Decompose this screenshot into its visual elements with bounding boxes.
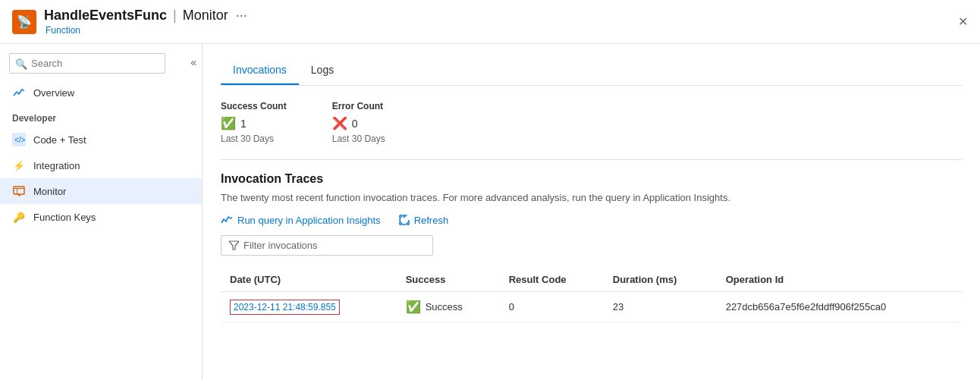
table-cell-date[interactable]: 2023-12-11 21:48:59.855 xyxy=(221,292,397,322)
success-check-icon: ✅ xyxy=(221,116,236,130)
filter-icon xyxy=(229,240,239,250)
success-stat: Success Count ✅ 1 Last 30 Days xyxy=(221,101,287,144)
col-result-code: Result Code xyxy=(500,268,604,292)
sidebar-search-container: 🔍 xyxy=(9,53,165,74)
tab-logs[interactable]: Logs xyxy=(299,56,346,85)
error-count-sub: Last 30 Days xyxy=(332,133,385,144)
sidebar-item-code-test[interactable]: </> Code + Test xyxy=(0,127,202,152)
sidebar-item-monitor[interactable]: Monitor xyxy=(0,178,202,204)
col-success: Success xyxy=(397,268,500,292)
error-count-label: Error Count xyxy=(332,101,385,111)
filter-box[interactable]: Filter invocations xyxy=(221,235,433,256)
page-title: Monitor xyxy=(183,8,228,24)
filter-placeholder: Filter invocations xyxy=(243,240,318,251)
sidebar-item-label: Monitor xyxy=(33,186,66,197)
success-count-sub: Last 30 Days xyxy=(221,133,287,144)
code-icon: </> xyxy=(12,133,26,146)
function-name: HandleEventsFunc xyxy=(44,8,167,24)
action-row: Run query in Application Insights Refres… xyxy=(221,214,962,226)
svg-rect-2 xyxy=(14,187,24,194)
success-row-icon: ✅ xyxy=(406,300,421,314)
table-cell-success: ✅ Success xyxy=(397,292,500,322)
error-check-icon: ❌ xyxy=(332,116,347,130)
success-count-value: 1 xyxy=(240,118,247,130)
svg-rect-4 xyxy=(17,188,17,194)
monitor-icon xyxy=(12,184,26,198)
resource-type: Function xyxy=(46,25,247,36)
header-title-group: HandleEventsFunc | Monitor ··· Function xyxy=(44,8,247,36)
table-cell-result-code: 0 xyxy=(500,292,604,322)
error-count-value: 0 xyxy=(352,118,358,130)
close-button[interactable]: ✕ xyxy=(958,14,968,29)
run-query-button[interactable]: Run query in Application Insights xyxy=(221,214,381,226)
sidebar-item-integration[interactable]: ⚡ Integration xyxy=(0,152,202,178)
svg-text:</>: </> xyxy=(14,136,25,144)
col-operation-id: Operation Id xyxy=(717,268,962,292)
table-cell-operation-id: 227dcb656a7e5f6e2fddff906f255ca0 xyxy=(717,292,962,322)
svg-rect-3 xyxy=(14,188,24,189)
success-value: Success xyxy=(426,301,463,312)
refresh-label: Refresh xyxy=(414,215,449,226)
layout: 🔍 « Overview Developer </> Code + Test ⚡… xyxy=(0,44,980,380)
header-more-button[interactable]: ··· xyxy=(236,8,247,24)
search-icon: 🔍 xyxy=(15,58,27,69)
date-link[interactable]: 2023-12-11 21:48:59.855 xyxy=(230,300,340,315)
main-content: Invocations Logs Success Count ✅ 1 Last … xyxy=(203,44,980,380)
sidebar-item-function-keys[interactable]: 🔑 Function Keys xyxy=(0,204,202,230)
developer-section-label: Developer xyxy=(0,105,202,127)
svg-marker-6 xyxy=(229,241,239,250)
stats-row: Success Count ✅ 1 Last 30 Days Error Cou… xyxy=(221,101,962,144)
sidebar-item-label: Integration xyxy=(33,160,80,171)
sidebar-search-row: 🔍 « xyxy=(0,50,202,80)
invocations-table: Date (UTC) Success Result Code Duration … xyxy=(221,268,962,322)
refresh-button[interactable]: Refresh xyxy=(399,215,449,226)
table-header-row: Date (UTC) Success Result Code Duration … xyxy=(221,268,962,292)
run-query-label: Run query in Application Insights xyxy=(237,215,381,226)
sidebar: 🔍 « Overview Developer </> Code + Test ⚡… xyxy=(0,44,203,380)
tab-invocations[interactable]: Invocations xyxy=(221,56,299,85)
refresh-icon xyxy=(399,215,410,225)
table-cell-duration: 23 xyxy=(604,292,717,322)
divider xyxy=(221,159,962,160)
header: 📡 HandleEventsFunc | Monitor ··· Functio… xyxy=(0,0,980,44)
sidebar-item-label: Overview xyxy=(33,87,74,99)
col-date: Date (UTC) xyxy=(221,268,397,292)
lightning-icon: ⚡ xyxy=(12,159,26,172)
function-icon: 📡 xyxy=(12,10,36,34)
col-duration: Duration (ms) xyxy=(604,268,717,292)
header-separator: | xyxy=(173,8,177,24)
sidebar-item-label: Function Keys xyxy=(33,212,96,223)
invocation-traces-section: Invocation Traces The twenty most recent… xyxy=(221,172,962,322)
chart-icon xyxy=(221,214,233,226)
search-input[interactable] xyxy=(9,53,165,74)
error-stat: Error Count ❌ 0 Last 30 Days xyxy=(332,101,385,144)
success-count-label: Success Count xyxy=(221,101,287,111)
overview-icon xyxy=(12,86,26,99)
sidebar-item-overview[interactable]: Overview xyxy=(0,80,202,105)
key-icon: 🔑 xyxy=(12,210,26,224)
sidebar-collapse-button[interactable]: « xyxy=(184,53,203,71)
tabs: Invocations Logs xyxy=(221,56,962,86)
sidebar-item-label: Code + Test xyxy=(33,134,86,146)
invocation-traces-title: Invocation Traces xyxy=(221,172,962,186)
table-row: 2023-12-11 21:48:59.855 ✅ Success 0 23 2… xyxy=(221,292,962,322)
invocation-traces-desc: The twenty most recent function invocati… xyxy=(221,192,962,203)
